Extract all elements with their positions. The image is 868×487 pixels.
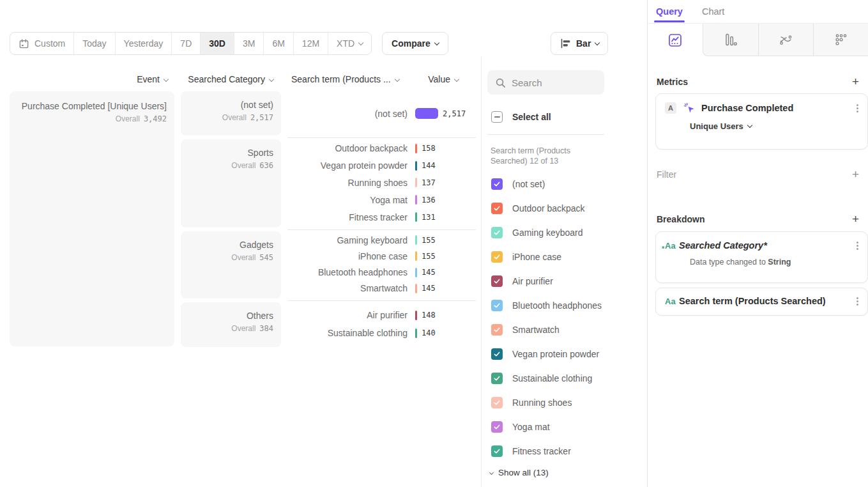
term-row[interactable]: Air purifier148	[287, 306, 476, 324]
search-input[interactable]	[512, 77, 595, 88]
checkbox-checked[interactable]	[491, 348, 503, 360]
column-header-searched-category[interactable]: Searched Category	[181, 74, 281, 84]
checkbox-checked[interactable]	[491, 300, 503, 311]
range-button-7d[interactable]: 7D	[171, 33, 200, 54]
legend-item-smartwatch[interactable]: Smartwatch	[491, 318, 602, 342]
term-row[interactable]: Bluetooth headphones145	[287, 265, 476, 281]
term-value: 158	[422, 144, 436, 153]
legend-item-running-shoes[interactable]: Running shoes	[491, 390, 602, 415]
legend-item--not-set-[interactable]: (not set)	[491, 172, 602, 196]
event-cell[interactable]: Purchase Completed [Unique Users] Overal…	[10, 91, 174, 346]
category-cell[interactable]: SportsOverall636	[181, 139, 281, 228]
term-label: Running shoes	[287, 178, 407, 188]
report-tab-insights[interactable]	[648, 24, 703, 56]
term-row[interactable]: Fitness tracker131	[287, 208, 476, 226]
report-tab-flows[interactable]	[758, 24, 814, 56]
legend-search[interactable]	[487, 70, 604, 95]
column-header-event[interactable]: Event	[10, 74, 174, 84]
breakdown-card-search-term[interactable]: Aa Search term (Products Searched)	[655, 288, 868, 316]
breakdown-menu-button[interactable]	[857, 245, 858, 247]
string-property-icon: Aa	[665, 297, 679, 306]
compare-label: Compare	[392, 38, 430, 49]
measure-dropdown[interactable]: Unique Users	[690, 121, 858, 131]
legend-item-outdoor-backpack[interactable]: Outdoor backpack	[491, 196, 602, 220]
metric-menu-button[interactable]	[857, 107, 858, 109]
legend-item-sustainable-clothing[interactable]: Sustainable clothing	[491, 366, 602, 390]
term-row[interactable]: Sustainable clothing140	[287, 324, 476, 342]
select-all-row[interactable]: Select all	[491, 111, 551, 123]
legend-item-vegan-protein-powder[interactable]: Vegan protein powder	[491, 342, 602, 366]
term-row[interactable]: iPhone case155	[287, 248, 476, 264]
term-label: Gaming keyboard	[287, 235, 407, 245]
value-bar	[415, 268, 417, 277]
term-row[interactable]: Running shoes137	[287, 174, 476, 192]
date-toolbar: CustomTodayYesterday7D30D3M6M12MXTD Comp…	[10, 32, 448, 55]
report-tab-funnels[interactable]	[703, 24, 758, 56]
term-row[interactable]: Yoga mat136	[287, 191, 476, 208]
checkbox-checked[interactable]	[491, 421, 503, 433]
term-label: Fitness tracker	[287, 212, 407, 222]
divider	[487, 134, 604, 135]
show-all-button[interactable]: Show all (13)	[490, 468, 549, 477]
checkbox-checked[interactable]	[491, 227, 503, 238]
query-sidebar: Query Chart	[647, 0, 868, 487]
range-button-xtd[interactable]: XTD	[328, 33, 371, 54]
chevron-down-icon	[358, 40, 363, 45]
category-cell[interactable]: OthersOverall384	[181, 302, 281, 347]
tab-query[interactable]: Query	[656, 6, 683, 22]
column-header-value[interactable]: Value	[428, 74, 476, 84]
legend-item-fitness-tracker[interactable]: Fitness tracker	[491, 439, 602, 463]
category-group-row: OthersOverall384Air purifier148Sustainab…	[181, 302, 476, 347]
add-breakdown-button[interactable]: +	[852, 213, 859, 225]
checkbox-checked[interactable]	[491, 178, 503, 190]
category-cell[interactable]: (not set)Overall2,517	[181, 91, 281, 135]
term-label: Outdoor backpack	[287, 143, 407, 153]
term-value: 145	[422, 268, 436, 277]
term-row[interactable]: Gaming keyboard155	[287, 232, 476, 248]
select-all-checkbox[interactable]	[491, 111, 503, 123]
report-tab-retention[interactable]	[813, 24, 868, 56]
term-row[interactable]: Smartwatch145	[287, 281, 476, 297]
checkbox-checked[interactable]	[491, 251, 503, 263]
range-button-custom[interactable]: Custom	[10, 33, 73, 54]
legend-item-bluetooth-headphones[interactable]: Bluetooth headphones	[491, 293, 602, 318]
range-button-12m[interactable]: 12M	[293, 33, 328, 54]
retention-icon	[834, 32, 849, 47]
term-label: Sustainable clothing	[287, 328, 407, 338]
range-button-3m[interactable]: 3M	[234, 33, 263, 54]
term-value: 155	[422, 236, 436, 245]
range-button-today[interactable]: Today	[73, 33, 114, 54]
legend-item-air-purifier[interactable]: Air purifier	[491, 269, 602, 293]
term-row[interactable]: (not set)2,517	[287, 105, 476, 123]
checkbox-checked[interactable]	[491, 445, 503, 457]
date-range-group: CustomTodayYesterday7D30D3M6M12MXTD	[10, 32, 372, 55]
checkbox-checked[interactable]	[491, 397, 503, 408]
breakdown-menu-button[interactable]	[857, 300, 858, 302]
term-row[interactable]: Outdoor backpack158	[287, 140, 476, 157]
value-bar	[415, 108, 438, 119]
metric-card[interactable]: A Purchase Completed Unique Users	[655, 93, 868, 150]
category-cell[interactable]: GadgetsOverall545	[181, 231, 281, 298]
checkbox-checked[interactable]	[491, 275, 503, 287]
terms-list: (not set)2,517	[287, 91, 476, 135]
legend-item-iphone-case[interactable]: iPhone case	[491, 245, 602, 269]
breakdown-card-searched-category[interactable]: Aa* Searched Category* Data type changed…	[655, 231, 868, 283]
compare-button[interactable]: Compare	[382, 32, 448, 55]
legend-item-label: Bluetooth headphones	[512, 300, 602, 311]
sort-chevron-icon	[269, 77, 274, 82]
tab-chart[interactable]: Chart	[702, 6, 724, 22]
add-filter-button[interactable]: +	[852, 168, 859, 180]
range-button-6m[interactable]: 6M	[263, 33, 293, 54]
legend-item-gaming-keyboard[interactable]: Gaming keyboard	[491, 220, 602, 245]
term-value: 137	[422, 178, 436, 187]
column-header-search-term[interactable]: Search term (Products ...	[287, 74, 399, 84]
term-row[interactable]: Vegan protein powder144	[287, 157, 476, 174]
legend-item-yoga-mat[interactable]: Yoga mat	[491, 415, 602, 439]
category-group-row: (not set)Overall2,517(not set)2,517	[181, 91, 476, 135]
range-button-yesterday[interactable]: Yesterday	[115, 33, 172, 54]
checkbox-checked[interactable]	[491, 203, 503, 214]
add-metric-button[interactable]: +	[852, 75, 859, 88]
checkbox-checked[interactable]	[491, 324, 503, 336]
checkbox-checked[interactable]	[491, 373, 503, 384]
range-button-30d[interactable]: 30D	[200, 33, 234, 54]
